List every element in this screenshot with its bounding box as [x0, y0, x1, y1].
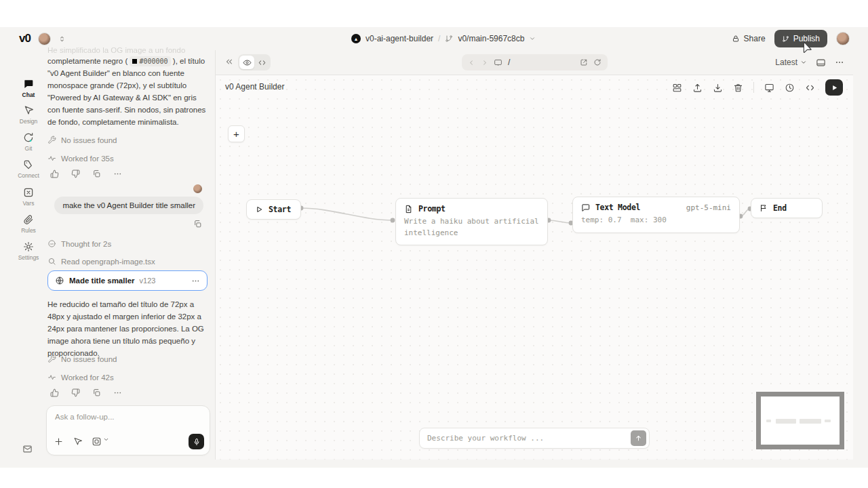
rail-item-connect[interactable]: Connect: [14, 159, 43, 179]
git-sync-icon: [23, 132, 34, 143]
mic-button[interactable]: [189, 434, 204, 449]
rail-item-vars[interactable]: Vars: [14, 187, 43, 207]
publish-button[interactable]: Publish: [774, 30, 827, 47]
node-start[interactable]: Start: [246, 199, 301, 220]
collapse-panel-icon[interactable]: [224, 57, 234, 66]
read-file-row[interactable]: Read opengraph-image.tsx: [47, 257, 155, 266]
view-mode-toggle: [238, 54, 271, 70]
version-card-menu-icon[interactable]: [191, 277, 200, 285]
message-actions-2: [50, 388, 122, 397]
mic-icon: [193, 438, 201, 446]
forward-icon[interactable]: [481, 59, 488, 66]
thumbs-down-icon[interactable]: [71, 169, 80, 178]
media-picker-icon[interactable]: [92, 436, 109, 447]
more-icon[interactable]: [113, 388, 122, 397]
branch-chevron-icon[interactable]: [529, 35, 536, 42]
version-card[interactable]: Made title smaller v123: [47, 270, 208, 291]
url-path[interactable]: /: [508, 58, 574, 67]
lock-icon: [732, 35, 740, 43]
followup-input[interactable]: [55, 413, 197, 421]
canvas-header: v0 Agent Builder: [216, 75, 853, 100]
eye-icon: [243, 58, 252, 67]
node-body: Write a haiku about artificial intellige…: [396, 216, 547, 245]
issues-status-2: No issues found: [47, 354, 117, 363]
workflow-canvas[interactable]: v0 Agent Builder +: [216, 75, 853, 460]
minimap[interactable]: [756, 392, 844, 449]
thumbs-up-icon[interactable]: [50, 388, 59, 397]
rail-item-rules[interactable]: Rules: [14, 214, 43, 234]
toolbar-divider: [753, 82, 754, 93]
node-label: Start: [269, 205, 291, 214]
thought-row[interactable]: Thought for 2s: [47, 239, 111, 248]
workflow-composer: [419, 428, 650, 449]
code-tab[interactable]: [254, 56, 269, 69]
history-icon[interactable]: [785, 83, 795, 93]
upload-icon[interactable]: [692, 83, 703, 93]
rail-item-chat[interactable]: Chat: [14, 79, 43, 98]
wrench-icon: [47, 136, 56, 144]
back-icon[interactable]: [468, 59, 475, 66]
download-icon[interactable]: [713, 83, 723, 93]
open-external-icon[interactable]: [580, 58, 588, 66]
design-icon: [23, 105, 34, 116]
start-play-icon: [255, 205, 263, 214]
wrench-icon: [47, 354, 56, 363]
copy-icon[interactable]: [92, 169, 101, 178]
node-text-model[interactable]: Text Model gpt-5-mini temp: 0.7 max: 300: [572, 197, 740, 233]
branch-name[interactable]: v0/main-5967c8cb: [458, 34, 524, 43]
design-mode-icon[interactable]: [73, 436, 83, 447]
color-swatch: [132, 59, 137, 64]
copy-icon[interactable]: [92, 388, 101, 397]
rail-item-design[interactable]: Design: [14, 105, 43, 125]
share-button[interactable]: Share: [732, 34, 766, 43]
preview-window-icon[interactable]: [764, 83, 774, 93]
code-icon: [258, 58, 267, 67]
node-end[interactable]: End: [751, 198, 823, 218]
run-workflow-button[interactable]: [825, 79, 843, 96]
thought-icon: [47, 239, 56, 248]
rules-icon: [23, 214, 34, 225]
publish-icon: [782, 35, 789, 43]
breadcrumb-separator: /: [438, 34, 440, 43]
user-avatar[interactable]: [836, 32, 850, 45]
node-label: Prompt: [418, 204, 446, 214]
auto-layout-icon[interactable]: [672, 83, 682, 93]
preview-url-bar[interactable]: /: [462, 54, 608, 70]
followup-composer: [46, 405, 210, 455]
thumbs-up-icon[interactable]: [50, 169, 59, 178]
arrow-up-icon: [635, 434, 642, 442]
rail-item-git[interactable]: Git: [14, 132, 43, 152]
project-name[interactable]: v0-ai-agent-builder: [366, 34, 433, 43]
preview-tab[interactable]: [239, 56, 254, 69]
flag-icon: [760, 204, 768, 212]
console-icon[interactable]: [494, 58, 502, 67]
activity-icon: [47, 373, 56, 382]
view-code-icon[interactable]: [805, 83, 815, 93]
node-prompt[interactable]: Prompt Write a haiku about artificial in…: [395, 198, 548, 245]
workflow-input[interactable]: [427, 434, 631, 443]
copy-message-icon[interactable]: [193, 220, 202, 228]
connect-icon: [23, 159, 34, 170]
node-label: End: [773, 203, 787, 213]
more-icon[interactable]: [113, 169, 122, 178]
rail-item-settings[interactable]: Settings: [14, 241, 43, 261]
attach-icon[interactable]: [54, 436, 64, 447]
version-card-title: Made title smaller: [69, 277, 135, 285]
preview-more-icon[interactable]: [835, 58, 844, 67]
scrolled-text: He simplificado la OG image a un fondo: [47, 46, 208, 54]
activity-icon: [47, 154, 56, 163]
node-params: temp: 0.7 max: 300: [573, 215, 739, 232]
user-message-bubble: make the v0 Agent Builder title smaller: [54, 197, 203, 214]
delete-icon[interactable]: [733, 83, 743, 93]
add-node-button[interactable]: +: [228, 125, 245, 142]
workflow-submit-button[interactable]: [631, 430, 646, 446]
refresh-icon[interactable]: [593, 58, 601, 66]
chat-icon: [23, 79, 34, 89]
thumbs-down-icon[interactable]: [71, 388, 80, 397]
feedback-mail-icon[interactable]: [22, 444, 33, 454]
version-selector[interactable]: Latest: [775, 58, 807, 67]
settings-icon: [23, 241, 34, 252]
issues-status-1: No issues found: [47, 136, 117, 144]
vars-icon: [23, 187, 34, 198]
device-preview-icon[interactable]: [816, 58, 826, 68]
